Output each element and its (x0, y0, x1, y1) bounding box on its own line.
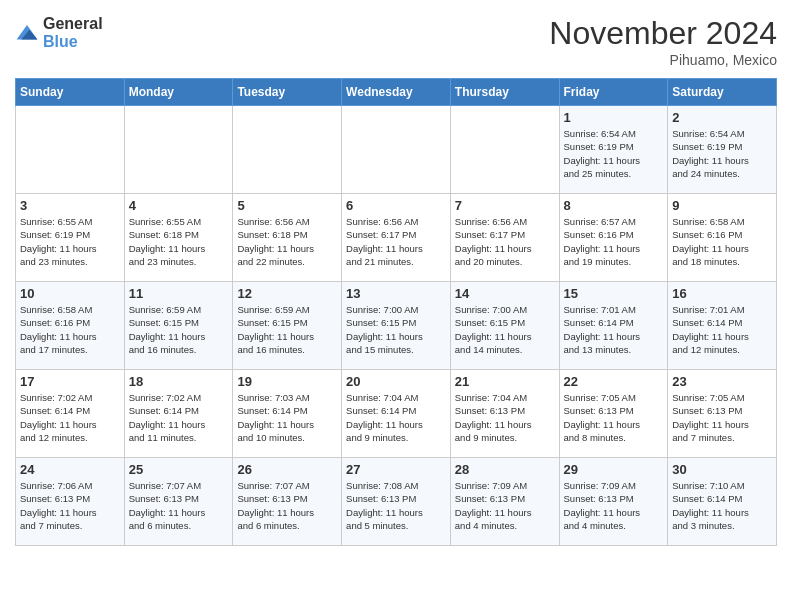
day-number: 20 (346, 374, 446, 389)
calendar-cell-0-3 (342, 106, 451, 194)
col-sunday: Sunday (16, 79, 125, 106)
day-number: 23 (672, 374, 772, 389)
calendar-cell-3-3: 20Sunrise: 7:04 AM Sunset: 6:14 PM Dayli… (342, 370, 451, 458)
day-info: Sunrise: 7:00 AM Sunset: 6:15 PM Dayligh… (455, 303, 555, 356)
col-thursday: Thursday (450, 79, 559, 106)
day-info: Sunrise: 6:58 AM Sunset: 6:16 PM Dayligh… (672, 215, 772, 268)
day-info: Sunrise: 7:04 AM Sunset: 6:13 PM Dayligh… (455, 391, 555, 444)
calendar-cell-1-5: 8Sunrise: 6:57 AM Sunset: 6:16 PM Daylig… (559, 194, 668, 282)
location-subtitle: Pihuamo, Mexico (549, 52, 777, 68)
calendar-cell-0-5: 1Sunrise: 6:54 AM Sunset: 6:19 PM Daylig… (559, 106, 668, 194)
calendar-cell-1-6: 9Sunrise: 6:58 AM Sunset: 6:16 PM Daylig… (668, 194, 777, 282)
page-header: General Blue November 2024 Pihuamo, Mexi… (15, 15, 777, 68)
month-title: November 2024 (549, 15, 777, 52)
calendar-body: 1Sunrise: 6:54 AM Sunset: 6:19 PM Daylig… (16, 106, 777, 546)
day-number: 25 (129, 462, 229, 477)
calendar-cell-2-1: 11Sunrise: 6:59 AM Sunset: 6:15 PM Dayli… (124, 282, 233, 370)
col-monday: Monday (124, 79, 233, 106)
calendar-cell-2-2: 12Sunrise: 6:59 AM Sunset: 6:15 PM Dayli… (233, 282, 342, 370)
calendar-cell-4-0: 24Sunrise: 7:06 AM Sunset: 6:13 PM Dayli… (16, 458, 125, 546)
day-number: 10 (20, 286, 120, 301)
calendar-table: Sunday Monday Tuesday Wednesday Thursday… (15, 78, 777, 546)
calendar-cell-2-5: 15Sunrise: 7:01 AM Sunset: 6:14 PM Dayli… (559, 282, 668, 370)
calendar-week-0: 1Sunrise: 6:54 AM Sunset: 6:19 PM Daylig… (16, 106, 777, 194)
calendar-cell-4-2: 26Sunrise: 7:07 AM Sunset: 6:13 PM Dayli… (233, 458, 342, 546)
calendar-cell-0-2 (233, 106, 342, 194)
calendar-cell-3-4: 21Sunrise: 7:04 AM Sunset: 6:13 PM Dayli… (450, 370, 559, 458)
day-info: Sunrise: 6:59 AM Sunset: 6:15 PM Dayligh… (129, 303, 229, 356)
day-info: Sunrise: 6:54 AM Sunset: 6:19 PM Dayligh… (564, 127, 664, 180)
day-number: 8 (564, 198, 664, 213)
calendar-cell-4-4: 28Sunrise: 7:09 AM Sunset: 6:13 PM Dayli… (450, 458, 559, 546)
day-number: 13 (346, 286, 446, 301)
day-info: Sunrise: 7:09 AM Sunset: 6:13 PM Dayligh… (455, 479, 555, 532)
logo-general-text: General (43, 15, 103, 32)
logo-icon (15, 23, 39, 43)
day-number: 30 (672, 462, 772, 477)
calendar-cell-3-6: 23Sunrise: 7:05 AM Sunset: 6:13 PM Dayli… (668, 370, 777, 458)
calendar-cell-0-4 (450, 106, 559, 194)
day-number: 9 (672, 198, 772, 213)
calendar-cell-3-1: 18Sunrise: 7:02 AM Sunset: 6:14 PM Dayli… (124, 370, 233, 458)
day-number: 24 (20, 462, 120, 477)
calendar-cell-2-6: 16Sunrise: 7:01 AM Sunset: 6:14 PM Dayli… (668, 282, 777, 370)
day-info: Sunrise: 7:06 AM Sunset: 6:13 PM Dayligh… (20, 479, 120, 532)
calendar-week-2: 10Sunrise: 6:58 AM Sunset: 6:16 PM Dayli… (16, 282, 777, 370)
day-number: 1 (564, 110, 664, 125)
day-info: Sunrise: 6:56 AM Sunset: 6:17 PM Dayligh… (455, 215, 555, 268)
day-number: 6 (346, 198, 446, 213)
calendar-week-3: 17Sunrise: 7:02 AM Sunset: 6:14 PM Dayli… (16, 370, 777, 458)
calendar-week-1: 3Sunrise: 6:55 AM Sunset: 6:19 PM Daylig… (16, 194, 777, 282)
calendar-cell-0-1 (124, 106, 233, 194)
calendar-cell-1-0: 3Sunrise: 6:55 AM Sunset: 6:19 PM Daylig… (16, 194, 125, 282)
day-number: 27 (346, 462, 446, 477)
day-info: Sunrise: 7:10 AM Sunset: 6:14 PM Dayligh… (672, 479, 772, 532)
day-number: 17 (20, 374, 120, 389)
day-info: Sunrise: 7:02 AM Sunset: 6:14 PM Dayligh… (129, 391, 229, 444)
day-number: 22 (564, 374, 664, 389)
calendar-cell-4-3: 27Sunrise: 7:08 AM Sunset: 6:13 PM Dayli… (342, 458, 451, 546)
day-number: 2 (672, 110, 772, 125)
day-number: 5 (237, 198, 337, 213)
calendar-cell-4-5: 29Sunrise: 7:09 AM Sunset: 6:13 PM Dayli… (559, 458, 668, 546)
calendar-cell-4-6: 30Sunrise: 7:10 AM Sunset: 6:14 PM Dayli… (668, 458, 777, 546)
col-tuesday: Tuesday (233, 79, 342, 106)
day-number: 12 (237, 286, 337, 301)
day-info: Sunrise: 7:05 AM Sunset: 6:13 PM Dayligh… (672, 391, 772, 444)
calendar-cell-3-5: 22Sunrise: 7:05 AM Sunset: 6:13 PM Dayli… (559, 370, 668, 458)
calendar-cell-2-0: 10Sunrise: 6:58 AM Sunset: 6:16 PM Dayli… (16, 282, 125, 370)
calendar-cell-3-0: 17Sunrise: 7:02 AM Sunset: 6:14 PM Dayli… (16, 370, 125, 458)
calendar-cell-4-1: 25Sunrise: 7:07 AM Sunset: 6:13 PM Dayli… (124, 458, 233, 546)
calendar-cell-2-4: 14Sunrise: 7:00 AM Sunset: 6:15 PM Dayli… (450, 282, 559, 370)
day-info: Sunrise: 6:58 AM Sunset: 6:16 PM Dayligh… (20, 303, 120, 356)
day-info: Sunrise: 7:01 AM Sunset: 6:14 PM Dayligh… (672, 303, 772, 356)
day-number: 18 (129, 374, 229, 389)
day-number: 21 (455, 374, 555, 389)
day-info: Sunrise: 7:07 AM Sunset: 6:13 PM Dayligh… (237, 479, 337, 532)
day-info: Sunrise: 7:08 AM Sunset: 6:13 PM Dayligh… (346, 479, 446, 532)
day-number: 29 (564, 462, 664, 477)
day-info: Sunrise: 6:57 AM Sunset: 6:16 PM Dayligh… (564, 215, 664, 268)
col-friday: Friday (559, 79, 668, 106)
day-info: Sunrise: 7:09 AM Sunset: 6:13 PM Dayligh… (564, 479, 664, 532)
day-number: 28 (455, 462, 555, 477)
calendar-cell-1-3: 6Sunrise: 6:56 AM Sunset: 6:17 PM Daylig… (342, 194, 451, 282)
calendar-cell-0-0 (16, 106, 125, 194)
day-info: Sunrise: 7:07 AM Sunset: 6:13 PM Dayligh… (129, 479, 229, 532)
day-info: Sunrise: 6:56 AM Sunset: 6:18 PM Dayligh… (237, 215, 337, 268)
day-number: 26 (237, 462, 337, 477)
day-number: 11 (129, 286, 229, 301)
day-info: Sunrise: 6:55 AM Sunset: 6:18 PM Dayligh… (129, 215, 229, 268)
day-number: 19 (237, 374, 337, 389)
day-info: Sunrise: 6:56 AM Sunset: 6:17 PM Dayligh… (346, 215, 446, 268)
day-info: Sunrise: 7:00 AM Sunset: 6:15 PM Dayligh… (346, 303, 446, 356)
day-number: 14 (455, 286, 555, 301)
day-info: Sunrise: 6:54 AM Sunset: 6:19 PM Dayligh… (672, 127, 772, 180)
calendar-week-4: 24Sunrise: 7:06 AM Sunset: 6:13 PM Dayli… (16, 458, 777, 546)
calendar-cell-1-2: 5Sunrise: 6:56 AM Sunset: 6:18 PM Daylig… (233, 194, 342, 282)
day-info: Sunrise: 7:04 AM Sunset: 6:14 PM Dayligh… (346, 391, 446, 444)
calendar-cell-2-3: 13Sunrise: 7:00 AM Sunset: 6:15 PM Dayli… (342, 282, 451, 370)
day-info: Sunrise: 6:55 AM Sunset: 6:19 PM Dayligh… (20, 215, 120, 268)
day-number: 15 (564, 286, 664, 301)
day-number: 16 (672, 286, 772, 301)
